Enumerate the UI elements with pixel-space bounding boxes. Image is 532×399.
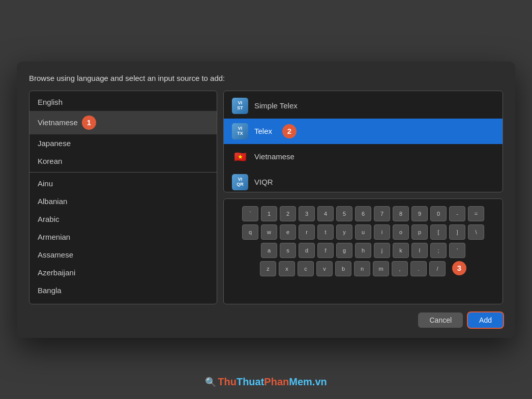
key-z: z — [260, 261, 276, 276]
keyboard-row-2: q w e r t y u i o p [ ] \ — [230, 224, 496, 240]
right-panel: VIST Simple Telex VITX Telex 2 🇻🇳 Vietna… — [223, 91, 503, 304]
key-b: b — [335, 261, 351, 276]
key-c: c — [298, 261, 314, 276]
key-bracket-open: [ — [430, 224, 447, 240]
key-6: 6 — [355, 206, 371, 221]
key-bracket-close: ] — [449, 224, 465, 240]
lang-item-japanese[interactable]: Japanese — [29, 134, 217, 152]
keyboard-row-1: ` 1 2 3 4 5 6 7 8 9 0 - = — [230, 206, 496, 221]
key-backslash: \ — [468, 224, 484, 240]
key-r: r — [299, 224, 315, 240]
key-q: q — [242, 224, 258, 240]
telex-label: Telex — [254, 127, 272, 135]
viqr-label: VIQR — [254, 178, 273, 186]
key-period: . — [410, 261, 427, 276]
lang-item-belarusian[interactable]: Belarusian — [29, 299, 217, 304]
key-h: h — [355, 243, 371, 258]
input-source-panel: VIST Simple Telex VITX Telex 2 🇻🇳 Vietna… — [223, 91, 503, 192]
input-source-list[interactable]: VIST Simple Telex VITX Telex 2 🇻🇳 Vietna… — [224, 91, 503, 192]
key-i: i — [374, 224, 390, 240]
input-item-vietnamese[interactable]: 🇻🇳 Vietnamese — [224, 144, 503, 169]
watermark: 🔍 Thu Thuat Phan Mem .vn — [205, 376, 327, 388]
key-m: m — [373, 261, 389, 276]
keyboard-row-4: z x c v b n m , . / 3 — [230, 261, 496, 276]
vi-qr-icon: VIQR — [232, 174, 248, 190]
key-y: y — [336, 224, 352, 240]
key-equals: = — [468, 206, 484, 221]
lang-item-bangla[interactable]: Bangla — [29, 281, 217, 299]
input-source-dialog: Browse using language and select an inpu… — [17, 62, 515, 338]
key-x: x — [279, 261, 295, 276]
simple-telex-label: Simple Telex — [254, 101, 298, 110]
dialog-footer: Cancel Add — [29, 312, 503, 328]
lang-item-vietnamese[interactable]: Vietnamese 1 — [29, 111, 217, 134]
key-semicolon: ; — [430, 243, 447, 258]
key-s: s — [280, 243, 296, 258]
lang-item-azerbaijani[interactable]: Azerbaijani — [29, 264, 217, 281]
lang-item-ainu[interactable]: Ainu — [29, 175, 217, 192]
key-2: 2 — [280, 206, 296, 221]
key-f: f — [317, 243, 334, 258]
badge-3: 3 — [452, 261, 466, 275]
key-a: a — [261, 243, 277, 258]
key-minus: - — [449, 206, 465, 221]
key-1: 1 — [261, 206, 277, 221]
vi-st-icon: VIST — [232, 98, 248, 114]
keyboard-rows: ` 1 2 3 4 5 6 7 8 9 0 - = — [230, 206, 496, 276]
flag-icon: 🇻🇳 — [232, 149, 248, 165]
key-9: 9 — [411, 206, 428, 221]
key-d: d — [299, 243, 315, 258]
vi-tx-icon: VITX — [232, 123, 248, 139]
badge-2: 2 — [282, 124, 297, 138]
language-panel: English Vietnamese 1 Japanese Korean Ain… — [29, 91, 217, 304]
key-o: o — [393, 224, 409, 240]
vietnamese-label: Vietnamese — [254, 152, 294, 161]
lang-divider — [29, 172, 217, 173]
lang-item-assamese[interactable]: Assamese — [29, 246, 217, 264]
language-list[interactable]: English Vietnamese 1 Japanese Korean Ain… — [29, 91, 217, 304]
badge-1: 1 — [82, 116, 96, 130]
keyboard-panel: ` 1 2 3 4 5 6 7 8 9 0 - = — [223, 198, 503, 304]
input-item-telex[interactable]: VITX Telex 2 — [224, 119, 503, 144]
key-k: k — [393, 243, 409, 258]
key-w: w — [261, 224, 277, 240]
key-4: 4 — [317, 206, 334, 221]
key-comma: , — [392, 261, 408, 276]
key-backtick: ` — [242, 206, 258, 221]
lang-item-korean[interactable]: Korean — [29, 152, 217, 170]
key-5: 5 — [336, 206, 352, 221]
add-button[interactable]: Add — [468, 312, 503, 328]
lang-item-arabic[interactable]: Arabic — [29, 210, 217, 228]
input-item-simple-telex[interactable]: VIST Simple Telex — [224, 93, 503, 119]
key-l: l — [411, 243, 428, 258]
key-v: v — [316, 261, 333, 276]
lang-item-albanian[interactable]: Albanian — [29, 192, 217, 210]
content-area: English Vietnamese 1 Japanese Korean Ain… — [29, 91, 503, 304]
input-item-viqr[interactable]: VIQR VIQR — [224, 169, 503, 192]
key-7: 7 — [374, 206, 390, 221]
cancel-button[interactable]: Cancel — [418, 312, 463, 328]
key-u: u — [355, 224, 371, 240]
key-8: 8 — [393, 206, 409, 221]
lang-item-english[interactable]: English — [29, 93, 217, 111]
key-t: t — [317, 224, 334, 240]
key-slash: / — [429, 261, 446, 276]
key-3: 3 — [299, 206, 315, 221]
lang-item-armenian[interactable]: Armenian — [29, 228, 217, 246]
key-j: j — [374, 243, 390, 258]
key-quote: ' — [449, 243, 465, 258]
key-0: 0 — [430, 206, 447, 221]
key-p: p — [411, 224, 428, 240]
key-e: e — [280, 224, 296, 240]
key-g: g — [336, 243, 352, 258]
keyboard-row-3: a s d f g h j k l ; ' — [230, 243, 496, 258]
key-n: n — [354, 261, 370, 276]
dialog-title: Browse using language and select an inpu… — [29, 74, 503, 82]
